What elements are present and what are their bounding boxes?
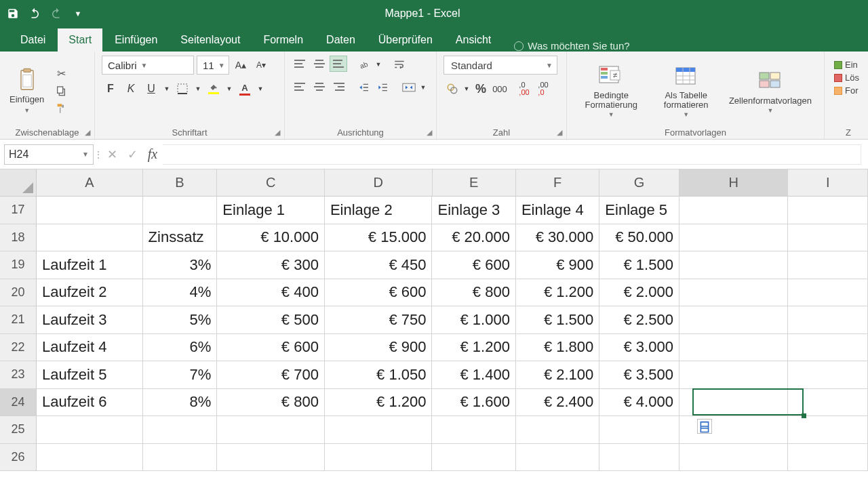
row-header-25[interactable]: 25 — [0, 416, 37, 444]
column-header-A[interactable]: A — [37, 169, 143, 197]
cell-C19[interactable]: € 300 — [217, 251, 325, 279]
cell-E26[interactable] — [432, 444, 515, 472]
delete-cells-button[interactable]: Lös — [834, 73, 865, 83]
copy-icon[interactable] — [52, 83, 70, 98]
cell-I18[interactable] — [788, 224, 868, 252]
merge-button[interactable] — [400, 79, 418, 96]
autofill-options-button[interactable]: ⌸ — [697, 419, 712, 434]
cell-F22[interactable]: € 1.800 — [516, 334, 599, 362]
cell-E17[interactable]: Einlage 3 — [432, 197, 515, 224]
cell-G23[interactable]: € 3.500 — [599, 361, 679, 389]
cell-F18[interactable]: € 30.000 — [516, 224, 599, 252]
font-color-button[interactable]: A — [236, 80, 254, 98]
cell-G19[interactable]: € 1.500 — [599, 251, 679, 279]
align-left-icon[interactable] — [292, 79, 309, 95]
orientation-dropdown-icon[interactable]: ▼ — [374, 56, 382, 73]
cell-B19[interactable]: 3% — [143, 251, 218, 279]
percent-button[interactable]: % — [472, 80, 490, 98]
tab-datei[interactable]: Datei — [9, 28, 56, 52]
tab-einfuegen[interactable]: Einfügen — [104, 28, 168, 52]
tab-start[interactable]: Start — [58, 28, 102, 52]
underline-dropdown-icon[interactable]: ▼ — [163, 80, 171, 98]
cell-I20[interactable] — [788, 279, 868, 307]
cell-D21[interactable]: € 750 — [325, 306, 433, 334]
tab-ueberpruefen[interactable]: Überprüfen — [368, 28, 443, 52]
align-right-icon[interactable] — [330, 79, 347, 95]
format-as-table-button[interactable]: Als Tabelle formatieren ▼ — [649, 64, 724, 119]
tab-formeln[interactable]: Formeln — [252, 28, 314, 52]
tab-ansicht[interactable]: Ansicht — [445, 28, 502, 52]
column-header-I[interactable]: I — [788, 169, 868, 197]
name-box[interactable]: H24▼ — [4, 144, 94, 165]
cell-A18[interactable] — [37, 224, 143, 252]
borders-dropdown-icon[interactable]: ▼ — [194, 80, 202, 98]
cell-E22[interactable]: € 1.200 — [432, 334, 515, 362]
cell-E25[interactable] — [432, 416, 515, 444]
bold-button[interactable]: F — [102, 80, 119, 98]
cell-G18[interactable]: € 50.000 — [599, 224, 679, 252]
format-painter-icon[interactable] — [52, 101, 70, 116]
format-cells-button[interactable]: For — [834, 85, 865, 96]
launcher-icon[interactable]: ◢ — [555, 128, 564, 136]
cell-H20[interactable] — [679, 279, 789, 307]
insert-function-icon[interactable]: fx — [142, 144, 163, 165]
decrease-indent-icon[interactable] — [355, 79, 373, 96]
cell-E21[interactable]: € 1.000 — [432, 306, 515, 334]
cell-C25[interactable] — [217, 416, 325, 444]
font-name-combo[interactable]: Calibri▼ — [102, 56, 194, 75]
column-header-F[interactable]: F — [516, 169, 599, 197]
cell-F20[interactable]: € 1.200 — [516, 279, 599, 307]
accounting-dropdown-icon[interactable]: ▼ — [462, 80, 471, 98]
cell-G21[interactable]: € 2.500 — [599, 306, 679, 334]
launcher-icon[interactable]: ◢ — [425, 128, 433, 136]
cut-icon[interactable]: ✂ — [52, 66, 70, 81]
fill-color-button[interactable] — [205, 80, 222, 98]
cell-C17[interactable]: Einlage 1 — [217, 197, 325, 224]
conditional-formatting-button[interactable]: ≠ Bedingte Formatierung ▼ — [574, 64, 649, 119]
align-bottom-icon[interactable] — [330, 56, 347, 72]
select-all-corner[interactable] — [0, 169, 37, 197]
cell-C18[interactable]: € 10.000 — [217, 224, 325, 252]
enter-formula-icon[interactable]: ✓ — [122, 144, 142, 165]
tab-daten[interactable]: Daten — [315, 28, 366, 52]
column-header-C[interactable]: C — [217, 169, 325, 197]
cell-F17[interactable]: Einlage 4 — [516, 197, 599, 224]
cell-I17[interactable] — [788, 197, 868, 224]
wrap-text-button[interactable] — [391, 56, 408, 73]
font-size-combo[interactable]: 11▼ — [197, 56, 229, 75]
cell-G26[interactable] — [599, 444, 679, 472]
cell-G22[interactable]: € 3.000 — [599, 334, 679, 362]
cell-A20[interactable]: Laufzeit 2 — [37, 279, 143, 307]
cell-C23[interactable]: € 700 — [217, 361, 325, 389]
column-header-H[interactable]: H — [679, 169, 789, 197]
borders-button[interactable] — [174, 80, 191, 98]
cell-I19[interactable] — [788, 251, 868, 279]
align-middle-icon[interactable] — [311, 56, 328, 72]
undo-icon[interactable] — [27, 6, 42, 21]
tell-me[interactable]: Was möchten Sie tun? — [514, 40, 629, 52]
cell-H24[interactable] — [679, 389, 789, 417]
cell-A25[interactable] — [37, 416, 143, 444]
tab-seitenlayout[interactable]: Seitenlayout — [170, 28, 251, 52]
comma-style-button[interactable]: 000 — [491, 80, 509, 98]
cell-E18[interactable]: € 20.000 — [432, 224, 515, 252]
save-icon[interactable] — [5, 6, 20, 21]
cell-F24[interactable]: € 2.400 — [516, 389, 599, 417]
column-header-B[interactable]: B — [143, 169, 218, 197]
cell-I23[interactable] — [788, 361, 868, 389]
cell-B20[interactable]: 4% — [143, 279, 218, 307]
fill-dropdown-icon[interactable]: ▼ — [225, 80, 233, 98]
cell-E20[interactable]: € 800 — [432, 279, 515, 307]
formula-input[interactable] — [163, 144, 861, 165]
underline-button[interactable]: U — [142, 80, 160, 98]
cells-area[interactable]: Einlage 1Einlage 2Einlage 3Einlage 4Einl… — [37, 197, 868, 471]
cell-D17[interactable]: Einlage 2 — [325, 197, 433, 224]
cell-E23[interactable]: € 1.400 — [432, 361, 515, 389]
row-header-20[interactable]: 20 — [0, 279, 37, 307]
launcher-icon[interactable]: ◢ — [83, 128, 92, 136]
row-header-21[interactable]: 21 — [0, 306, 37, 334]
increase-indent-icon[interactable] — [374, 79, 392, 96]
cell-D26[interactable] — [325, 444, 433, 472]
row-header-23[interactable]: 23 — [0, 361, 37, 389]
column-header-E[interactable]: E — [433, 169, 516, 197]
